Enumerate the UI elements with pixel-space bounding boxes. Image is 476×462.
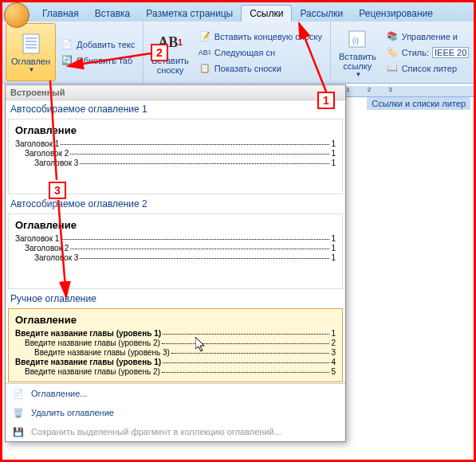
menu-remove-toc[interactable]: 🗑️ Удалить оглавление	[6, 403, 345, 422]
style-value: IEEE 20	[432, 47, 469, 58]
chevron-down-icon: ▼	[355, 71, 361, 78]
endnote-icon: 📝	[199, 30, 211, 43]
mouse-cursor	[195, 337, 208, 353]
group-citations: (i) Вставить ссылку ▼ 📚 Управление и 🏷️ …	[331, 22, 476, 83]
annotation-1: 1	[317, 92, 335, 109]
toc-title: Оглавление	[15, 314, 336, 326]
manage-label: Управление и	[402, 32, 458, 41]
menu-save-label: Сохранить выделенный фрагмент в коллекци…	[31, 427, 281, 437]
svg-text:(i): (i)	[352, 37, 359, 45]
menu-save-selection: 💾 Сохранить выделенный фрагмент в коллек…	[6, 422, 345, 441]
menu-insert-toc[interactable]: 📄 Оглавление...	[6, 384, 345, 403]
next-footnote-label: Следующая сн	[214, 48, 275, 57]
biblio-label: Список литер	[402, 64, 457, 73]
show-notes-button[interactable]: 📋 Показать сноски	[197, 61, 324, 76]
toc-button[interactable]: Оглавлен ▼	[6, 23, 56, 81]
citation-icon: (i)	[344, 26, 370, 52]
tab-layout[interactable]: Разметка страницы	[138, 6, 241, 22]
update-table-label: Обновить таб	[77, 56, 132, 65]
tab-references[interactable]: Ссылки	[241, 5, 292, 22]
tab-insert[interactable]: Вставка	[87, 6, 139, 22]
annotation-2: 2	[151, 44, 168, 61]
add-text-button[interactable]: 📄 Добавить текс	[59, 37, 136, 52]
toc-icon	[18, 31, 44, 57]
update-icon: 🔄	[61, 54, 73, 67]
tab-mail[interactable]: Рассылки	[292, 6, 351, 22]
add-text-icon: 📄	[61, 38, 73, 51]
toc-title: Оглавление	[15, 219, 336, 231]
gallery-item-manual-title: Ручное оглавление	[6, 290, 345, 307]
add-text-label: Добавить текс	[77, 40, 135, 49]
ribbon: Оглавлен ▼ 📄 Добавить текс 🔄 Обновить та…	[2, 22, 474, 84]
show-notes-icon: 📋	[199, 62, 211, 75]
tab-home[interactable]: Главная	[34, 6, 87, 22]
group-label: Ссылки и списки литер	[367, 97, 470, 110]
tab-review[interactable]: Рецензирование	[351, 6, 441, 22]
menu-remove-toc-label: Удалить оглавление	[31, 408, 114, 417]
next-footnote-icon: AB1	[199, 46, 211, 59]
group-toc: Оглавлен ▼ 📄 Добавить текс 🔄 Обновить та…	[2, 22, 144, 83]
ruler: 1 2 3	[341, 86, 474, 97]
save-gallery-icon: 💾	[12, 425, 25, 438]
manage-sources-button[interactable]: 📚 Управление и	[384, 29, 471, 44]
insert-citation-label: Вставить ссылку	[339, 52, 376, 71]
style-icon: 🏷️	[386, 46, 399, 59]
svg-rect-0	[23, 34, 39, 53]
next-footnote-button[interactable]: AB1 Следующая сн	[197, 45, 324, 60]
toc-gallery: Встроенный Автособираемое оглавление 1 О…	[5, 84, 346, 442]
insert-citation-button[interactable]: (i) Вставить ссылку ▼	[334, 23, 381, 81]
manage-icon: 📚	[386, 30, 399, 43]
gallery-footer: 📄 Оглавление... 🗑️ Удалить оглавление 💾 …	[6, 383, 345, 441]
office-button[interactable]	[4, 2, 30, 28]
toc-title: Оглавление	[15, 124, 336, 136]
toc-dialog-icon: 📄	[12, 387, 25, 400]
annotation-3: 3	[49, 182, 66, 199]
menu-insert-toc-label: Оглавление...	[31, 389, 88, 398]
insert-endnote-label: Вставить концевую сноску	[214, 32, 322, 41]
chevron-down-icon: ▼	[29, 66, 35, 73]
bibliography-button[interactable]: 📖 Список литер	[384, 61, 471, 76]
gallery-item-manual[interactable]: Оглавление Введите название главы (урове…	[8, 308, 343, 382]
biblio-icon: 📖	[386, 62, 399, 75]
group-footnotes: AB1 Вставить сноску 📝 Вставить концевую …	[144, 22, 331, 83]
insert-endnote-button[interactable]: 📝 Вставить концевую сноску	[197, 29, 324, 44]
gallery-item-auto1-title: Автособираемое оглавление 1	[6, 100, 345, 118]
toc-button-label: Оглавлен	[11, 57, 50, 66]
style-selector[interactable]: 🏷️ Стиль: IEEE 20	[384, 45, 471, 60]
show-notes-label: Показать сноски	[214, 64, 281, 73]
style-label: Стиль:	[402, 48, 429, 57]
gallery-item-auto2[interactable]: Оглавление Заголовок 11 Заголовок 21 Заг…	[8, 213, 343, 289]
remove-icon: 🗑️	[12, 406, 25, 419]
update-table-button[interactable]: 🔄 Обновить таб	[59, 53, 136, 68]
gallery-section-builtin: Встроенный	[6, 85, 345, 100]
ribbon-tabs: Главная Вставка Разметка страницы Ссылки…	[2, 2, 474, 22]
